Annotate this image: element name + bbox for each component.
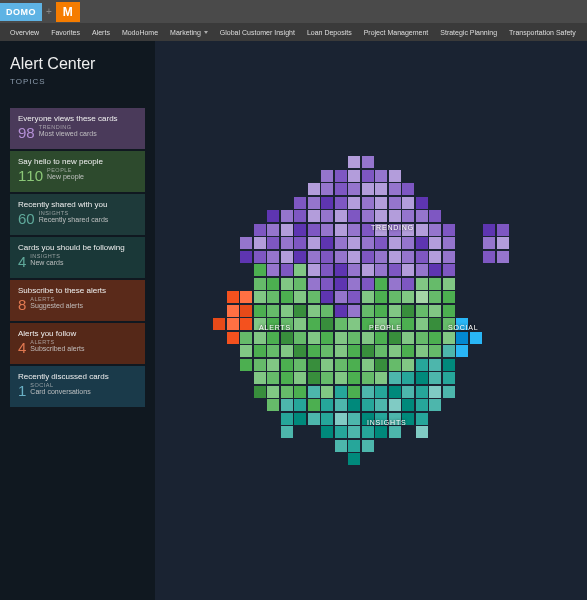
grid-cell[interactable]	[429, 264, 441, 276]
grid-cell[interactable]	[254, 278, 266, 290]
grid-cell[interactable]	[254, 291, 266, 303]
grid-cell[interactable]	[294, 372, 306, 384]
topic-card[interactable]: Say hello to new people110PEOPLENew peop…	[10, 151, 145, 192]
grid-cell[interactable]	[402, 210, 414, 222]
grid-cell[interactable]	[321, 399, 333, 411]
grid-cell[interactable]	[281, 372, 293, 384]
grid-cell[interactable]	[240, 345, 252, 357]
grid-cell[interactable]	[335, 291, 347, 303]
grid-cell[interactable]	[254, 237, 266, 249]
grid-cell[interactable]	[389, 345, 401, 357]
grid-cell[interactable]	[335, 399, 347, 411]
grid-cell[interactable]	[443, 278, 455, 290]
grid-cell[interactable]	[348, 291, 360, 303]
grid-cell[interactable]	[416, 399, 428, 411]
grid-cell[interactable]	[267, 386, 279, 398]
grid-cell[interactable]	[294, 224, 306, 236]
grid-cell[interactable]	[416, 372, 428, 384]
grid-cell[interactable]	[227, 318, 239, 330]
nav-item-modohome[interactable]: ModoHome	[116, 25, 164, 40]
grid-cell[interactable]	[497, 224, 509, 236]
grid-cell[interactable]	[416, 386, 428, 398]
grid-cell[interactable]	[402, 399, 414, 411]
grid-cell[interactable]	[362, 426, 374, 438]
grid-cell[interactable]	[254, 305, 266, 317]
grid-cell[interactable]	[254, 345, 266, 357]
grid-cell[interactable]	[294, 305, 306, 317]
grid-cell[interactable]	[335, 224, 347, 236]
grid-cell[interactable]	[362, 345, 374, 357]
grid-cell[interactable]	[416, 359, 428, 371]
grid-cell[interactable]	[416, 305, 428, 317]
grid-cell[interactable]	[267, 399, 279, 411]
logo-domo[interactable]: DOMO	[0, 3, 42, 21]
grid-cell[interactable]	[362, 291, 374, 303]
grid-cell[interactable]	[362, 372, 374, 384]
grid-cell[interactable]	[294, 399, 306, 411]
grid-cell[interactable]	[294, 332, 306, 344]
grid-cell[interactable]	[402, 197, 414, 209]
grid-cell[interactable]	[389, 318, 401, 330]
grid-cell[interactable]	[281, 345, 293, 357]
grid-cell[interactable]	[348, 332, 360, 344]
grid-cell[interactable]	[294, 359, 306, 371]
grid-cell[interactable]	[240, 251, 252, 263]
grid-cell[interactable]	[348, 372, 360, 384]
grid-cell[interactable]	[416, 426, 428, 438]
grid-cell[interactable]	[348, 318, 360, 330]
grid-cell[interactable]	[429, 372, 441, 384]
grid-cell[interactable]	[240, 237, 252, 249]
grid-cell[interactable]	[281, 264, 293, 276]
grid-cell[interactable]	[321, 224, 333, 236]
grid-cell[interactable]	[281, 413, 293, 425]
grid-cell[interactable]	[443, 318, 455, 330]
grid-cell[interactable]	[294, 345, 306, 357]
grid-cell[interactable]	[362, 386, 374, 398]
grid-cell[interactable]	[389, 291, 401, 303]
grid-cell[interactable]	[321, 318, 333, 330]
grid-cell[interactable]	[254, 264, 266, 276]
grid-cell[interactable]	[443, 264, 455, 276]
grid-cell[interactable]	[389, 278, 401, 290]
grid-cell[interactable]	[402, 413, 414, 425]
grid-cell[interactable]	[348, 440, 360, 452]
grid-cell[interactable]	[443, 359, 455, 371]
grid-cell[interactable]	[483, 224, 495, 236]
grid-cell[interactable]	[308, 264, 320, 276]
grid-cell[interactable]	[362, 278, 374, 290]
grid-cell[interactable]	[429, 332, 441, 344]
grid-cell[interactable]	[335, 183, 347, 195]
grid-cell[interactable]	[389, 170, 401, 182]
grid-cell[interactable]	[402, 305, 414, 317]
grid-cell[interactable]	[348, 170, 360, 182]
grid-cell[interactable]	[240, 332, 252, 344]
grid-cell[interactable]	[294, 237, 306, 249]
grid-cell[interactable]	[281, 332, 293, 344]
grid-cell[interactable]	[335, 305, 347, 317]
grid-cell[interactable]	[389, 399, 401, 411]
grid-cell[interactable]	[416, 332, 428, 344]
grid-cell[interactable]	[335, 332, 347, 344]
grid-cell[interactable]	[429, 318, 441, 330]
grid-cell[interactable]	[443, 291, 455, 303]
grid-cell[interactable]	[321, 278, 333, 290]
grid-cell[interactable]	[362, 359, 374, 371]
grid-cell[interactable]	[321, 413, 333, 425]
grid-cell[interactable]	[308, 359, 320, 371]
grid-cell[interactable]	[321, 386, 333, 398]
grid-cell[interactable]	[348, 197, 360, 209]
grid-cell[interactable]	[308, 210, 320, 222]
grid-cell[interactable]	[375, 278, 387, 290]
nav-item-att-digital-life[interactable]: ATT Digital Life	[582, 25, 587, 40]
grid-cell[interactable]	[443, 372, 455, 384]
grid-cell[interactable]	[321, 170, 333, 182]
grid-cell[interactable]	[443, 386, 455, 398]
grid-cell[interactable]	[321, 251, 333, 263]
grid-cell[interactable]	[321, 237, 333, 249]
grid-cell[interactable]	[308, 183, 320, 195]
grid-cell[interactable]	[267, 264, 279, 276]
grid-cell[interactable]	[308, 305, 320, 317]
grid-cell[interactable]	[348, 386, 360, 398]
grid-cell[interactable]	[362, 170, 374, 182]
grid-cell[interactable]	[240, 359, 252, 371]
